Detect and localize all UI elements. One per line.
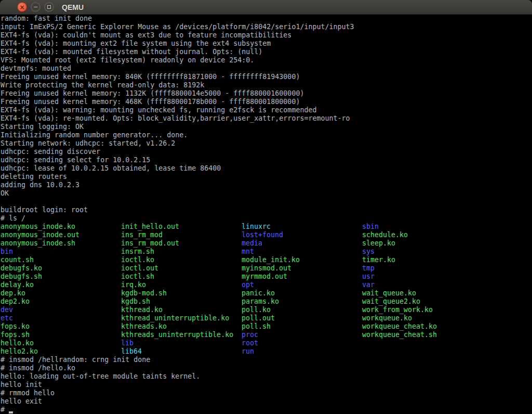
terminal-cursor	[9, 411, 13, 413]
terminal-line: EXT4-fs (vda): re-mounted. Opts: block_v…	[0, 114, 532, 123]
ls-entry: dep2.ko	[1, 297, 79, 306]
terminal-line: udhcpc: lease of 10.0.2.15 obtained, lea…	[0, 164, 532, 173]
terminal-line: udhcpc: sending discover	[0, 148, 532, 156]
tail-log: # insmod /hellrandom: crng init done# in…	[0, 356, 532, 406]
ls-entry: dev	[1, 306, 79, 314]
ls-entry: irq.ko	[121, 281, 233, 289]
minimize-button[interactable]: −	[31, 2, 41, 12]
ls-entry: kgdb-mod.sh	[121, 289, 233, 297]
ls-entry: kthreads.ko	[121, 322, 233, 331]
terminal-line: Initializing random number generator... …	[0, 131, 532, 139]
ls-entry: anonymous_inode.out	[1, 231, 79, 239]
ls-entry: fops.sh	[1, 331, 79, 339]
ls-entry: mnt	[242, 248, 300, 256]
ls-entry: debugfs.ko	[1, 264, 79, 273]
close-button[interactable]: ×	[17, 2, 27, 12]
boot-log: random: fast init doneinput: ImExPS/2 Ge…	[0, 15, 532, 223]
terminal-line: # insmod /hello.ko	[0, 364, 532, 372]
ls-output: anonymous_inode.koanonymous_inode.outano…	[0, 223, 532, 356]
ls-entry: kthread_uninterruptible.ko	[121, 314, 233, 322]
ls-entry: anonymous_inode.sh	[1, 239, 79, 248]
terminal-line: udhcpc: sending select for 10.0.2.15	[0, 156, 532, 164]
ls-entry: run	[242, 347, 300, 356]
ls-entry: wait_queue2.ko	[362, 297, 437, 306]
ls-entry: bin	[1, 248, 79, 256]
ls-entry: init_hello.out	[121, 223, 233, 231]
terminal-line: EXT4-fs (vda): mounted filesystem withou…	[0, 48, 532, 56]
ls-entry: ins_rm_mod.out	[121, 239, 233, 248]
ls-entry: poll.sh	[242, 322, 300, 331]
terminal-line: adding dns 10.0.2.3	[0, 181, 532, 189]
ls-entry: params.ko	[242, 297, 300, 306]
terminal-line: VFS: Mounted root (ext2 filesystem) read…	[0, 56, 532, 64]
terminal-line: EXT4-fs (vda): warning: mounting uncheck…	[0, 106, 532, 114]
maximize-button[interactable]	[44, 2, 54, 12]
maximize-icon	[47, 5, 51, 9]
terminal-line: hello init	[0, 381, 532, 389]
ls-entry: ins_rm_mod	[121, 231, 233, 239]
ls-entry: panic.ko	[242, 289, 300, 297]
ls-entry: var	[362, 281, 437, 289]
window-title: QEMU	[62, 3, 84, 11]
ls-entry: delay.ko	[1, 281, 79, 289]
terminal-line: Starting network: udhcpc: started, v1.26…	[0, 139, 532, 148]
ls-entry: myinsmod.out	[242, 264, 300, 273]
ls-entry: work_from_work.ko	[362, 306, 437, 314]
ls-entry: poll.out	[242, 314, 300, 322]
prompt-text: #	[1, 406, 9, 413]
ls-entry: count.sh	[1, 256, 79, 264]
ls-entry: opt	[242, 281, 300, 289]
ls-entry: etc	[1, 314, 79, 322]
ls-entry: ioctl.out	[121, 264, 233, 273]
ls-entry: insrm.sh	[121, 248, 233, 256]
ls-entry: workqueue_cheat.ko	[362, 322, 437, 331]
terminal-line: devtmpfs: mounted	[0, 64, 532, 73]
close-icon: ×	[19, 4, 24, 10]
terminal-line: buildroot login: root	[0, 206, 532, 214]
ls-entry: schedule.ko	[362, 231, 437, 239]
ls-entry: myrmmod.out	[242, 273, 300, 281]
terminal-line: # insmod /hellrandom: crng init done	[0, 356, 532, 364]
ls-column: init_hello.outins_rm_modins_rm_mod.outin…	[121, 223, 233, 356]
ls-entry: lib64	[121, 347, 233, 356]
terminal-line: deleting routers	[0, 173, 532, 181]
terminal-line	[0, 198, 532, 206]
window-controls: × −	[0, 2, 54, 12]
terminal-line: OK	[0, 189, 532, 198]
ls-column: linuxrclost+foundmediamntmodule_init.kom…	[242, 223, 300, 356]
terminal-line: hello exit	[0, 397, 532, 406]
ls-entry: kgdb.sh	[121, 297, 233, 306]
terminal-line: random: fast init done	[0, 15, 532, 23]
titlebar[interactable]: × − QEMU	[0, 0, 532, 15]
ls-entry: module_init.ko	[242, 256, 300, 264]
ls-entry: hello2.ko	[1, 347, 79, 356]
terminal-line: EXT4-fs (vda): couldn't mount as ext3 du…	[0, 31, 532, 40]
ls-entry: kthreads_uninterruptible.ko	[121, 331, 233, 339]
ls-entry: sleep.ko	[362, 239, 437, 248]
minimize-icon: −	[33, 4, 38, 10]
ls-entry: usr	[362, 273, 437, 281]
ls-entry: workqueue_cheat.sh	[362, 331, 437, 339]
ls-entry: debugfs.sh	[1, 273, 79, 281]
ls-entry: proc	[242, 331, 300, 339]
ls-entry: tmp	[362, 264, 437, 273]
ls-entry: workqueue.ko	[362, 314, 437, 322]
ls-entry: hello.ko	[1, 339, 79, 347]
terminal-line: EXT4-fs (vda): mounting ext2 file system…	[0, 40, 532, 48]
terminal-line: Freeing unused kernel memory: 840K (ffff…	[0, 73, 532, 81]
ls-entry: kthread.ko	[121, 306, 233, 314]
ls-entry: timer.ko	[362, 256, 437, 264]
terminal-line: Freeing unused kernel memory: 468K (ffff…	[0, 98, 532, 106]
terminal-line: input: ImExPS/2 Generic Explorer Mouse a…	[0, 23, 532, 31]
terminal-line: # rmmod hello	[0, 389, 532, 397]
qemu-window: × − QEMU random: fast init doneinput: Im…	[0, 0, 532, 414]
ls-entry: root	[242, 339, 300, 347]
ls-entry: lost+found	[242, 231, 300, 239]
terminal-line: Freeing unused kernel memory: 1132K (fff…	[0, 89, 532, 98]
ls-entry: fops.ko	[1, 322, 79, 331]
ls-column: anonymous_inode.koanonymous_inode.outano…	[1, 223, 79, 356]
ls-entry: sbin	[362, 223, 437, 231]
ls-entry: wait_queue.ko	[362, 289, 437, 297]
terminal-line: hello: loading out-of-tree module taints…	[0, 372, 532, 381]
terminal-screen[interactable]: random: fast init doneinput: ImExPS/2 Ge…	[0, 15, 532, 414]
